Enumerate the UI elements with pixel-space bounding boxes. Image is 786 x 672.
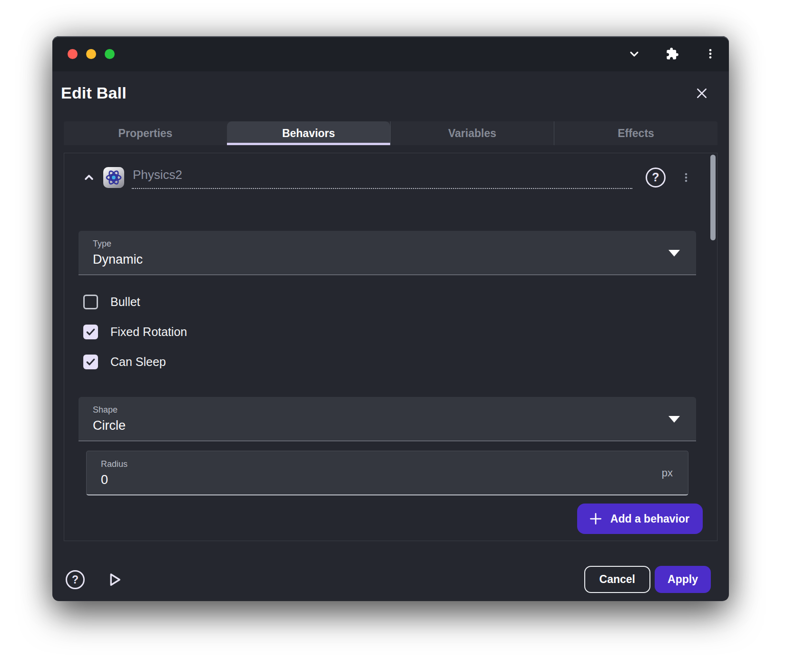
maximize-window-button[interactable] — [105, 49, 115, 59]
shape-label: Shape — [93, 405, 682, 415]
checkbox-can-sleep[interactable]: Can Sleep — [83, 347, 696, 377]
checkbox-label: Bullet — [110, 295, 140, 309]
kebab-menu-icon[interactable] — [703, 47, 717, 61]
radius-value: 0 — [101, 473, 674, 487]
behavior-header: Physics2 ? — [79, 166, 696, 189]
preview-play-button[interactable] — [105, 570, 124, 589]
puzzle-extension-icon[interactable] — [665, 47, 679, 61]
plus-icon — [589, 512, 603, 526]
type-select[interactable]: Type Dynamic — [79, 231, 696, 275]
close-dialog-button[interactable] — [694, 85, 710, 101]
type-value: Dynamic — [93, 252, 682, 267]
checkbox-box — [83, 355, 98, 369]
type-label: Type — [93, 239, 682, 249]
tab-behaviors[interactable]: Behaviors — [227, 121, 390, 145]
chevron-down-icon[interactable] — [627, 47, 641, 61]
shape-select[interactable]: Shape Circle — [79, 397, 696, 441]
checkbox-box — [83, 295, 98, 309]
dialog-actions-bar: ? Cancel Apply — [52, 541, 729, 601]
behaviors-panel: Physics2 ? Type Dynamic — [64, 153, 717, 541]
radius-label: Radius — [101, 459, 674, 469]
tab-properties[interactable]: Properties — [64, 121, 227, 145]
radius-unit: px — [662, 467, 673, 479]
checkbox-label: Fixed Rotation — [110, 325, 187, 339]
behavior-name: Physics2 — [133, 168, 182, 182]
checkbox-box — [83, 325, 98, 339]
behavior-card: Physics2 ? Type Dynamic — [64, 153, 717, 541]
behavior-form: Type Dynamic Bullet F — [79, 231, 696, 495]
edit-object-dialog: Edit Ball Properties Behaviors Variables… — [52, 36, 729, 601]
add-behavior-label: Add a behavior — [610, 513, 689, 525]
caret-down-icon — [668, 250, 680, 257]
checkbox-bullet[interactable]: Bullet — [83, 287, 696, 317]
shape-value: Circle — [93, 418, 682, 433]
window-titlebar — [52, 36, 729, 71]
behavior-name-field[interactable]: Physics2 — [132, 166, 632, 189]
tab-variables[interactable]: Variables — [390, 121, 554, 145]
close-window-button[interactable] — [68, 49, 78, 59]
behavior-help-button[interactable]: ? — [646, 168, 666, 188]
cancel-button[interactable]: Cancel — [584, 566, 650, 593]
scrollbar-thumb[interactable] — [710, 155, 716, 240]
titlebar-actions — [627, 47, 717, 61]
question-mark-glyph: ? — [72, 573, 79, 586]
question-mark-glyph: ? — [652, 170, 659, 184]
window-controls — [68, 49, 115, 59]
checkbox-fixed-rotation[interactable]: Fixed Rotation — [83, 317, 696, 347]
radius-input[interactable]: Radius 0 px — [86, 451, 688, 495]
behavior-options-kebab-icon[interactable] — [679, 170, 693, 185]
caret-down-icon — [668, 416, 680, 423]
dialog-header: Edit Ball — [52, 71, 729, 102]
tab-effects[interactable]: Effects — [554, 121, 717, 145]
minimize-window-button[interactable] — [86, 49, 96, 59]
dialog-help-button[interactable]: ? — [66, 570, 85, 589]
apply-button[interactable]: Apply — [655, 566, 711, 593]
collapse-behavior-button[interactable] — [80, 169, 98, 186]
add-behavior-button[interactable]: Add a behavior — [577, 504, 703, 534]
atom-icon — [103, 167, 124, 188]
checkbox-group: Bullet Fixed Rotation Can Sleep — [83, 287, 696, 377]
dialog-title: Edit Ball — [61, 84, 127, 102]
checkbox-label: Can Sleep — [110, 355, 166, 369]
dialog-tabs: Properties Behaviors Variables Effects — [64, 121, 717, 145]
